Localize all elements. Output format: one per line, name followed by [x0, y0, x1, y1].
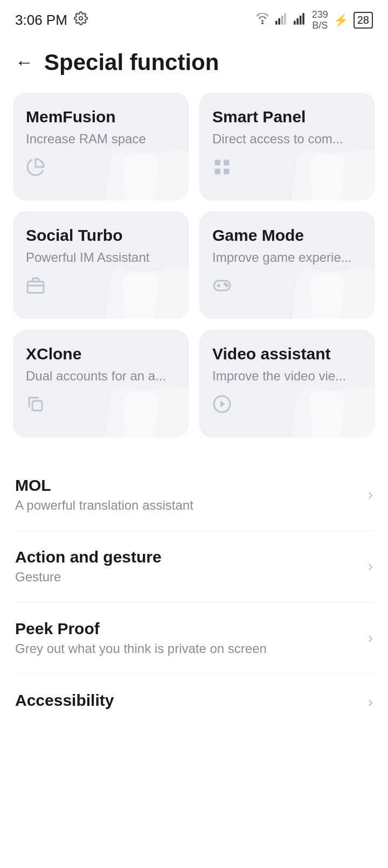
- social-turbo-title: Social Turbo: [26, 226, 176, 245]
- social-turbo-subtitle: Powerful IM Assistant: [26, 250, 176, 265]
- svg-rect-3: [278, 18, 280, 25]
- svg-rect-14: [27, 281, 44, 293]
- feature-list: MOL A powerful translation assistant › A…: [0, 459, 388, 730]
- mol-content: MOL A powerful translation assistant: [15, 476, 193, 513]
- svg-rect-4: [281, 16, 283, 25]
- battery-level: 28: [357, 14, 369, 26]
- status-right: 239B/S ⚡ 28: [255, 10, 373, 31]
- svg-rect-11: [224, 159, 230, 165]
- action-gesture-list-item[interactable]: Action and gesture Gesture ›: [15, 531, 373, 602]
- social-turbo-card[interactable]: Social Turbo Powerful IM Assistant: [13, 211, 189, 319]
- svg-rect-7: [296, 18, 299, 25]
- svg-rect-22: [32, 401, 42, 411]
- action-gesture-subtitle: Gesture: [15, 570, 162, 585]
- accessibility-chevron-icon: ›: [368, 693, 373, 711]
- signal2-icon: [294, 13, 307, 28]
- time-display: 3:06 PM: [15, 12, 67, 29]
- game-mode-subtitle: Improve game experie...: [212, 250, 362, 265]
- back-button[interactable]: ←: [15, 52, 33, 73]
- grid-icon: [212, 157, 232, 179]
- settings-icon: [74, 11, 88, 29]
- game-mode-card[interactable]: Game Mode Improve game experie...: [199, 211, 375, 319]
- xclone-title: XClone: [26, 345, 176, 363]
- svg-rect-10: [215, 159, 221, 165]
- card-bg-decoration2: [104, 386, 160, 438]
- accessibility-content: Accessibility: [15, 691, 114, 713]
- xclone-card[interactable]: XClone Dual accounts for an a...: [13, 330, 189, 438]
- card-bg-decoration2: [290, 386, 347, 438]
- play-circle-icon: [212, 394, 232, 416]
- video-assistant-subtitle: Improve the video vie...: [212, 369, 362, 384]
- card-bg-decoration2: [104, 267, 160, 319]
- accessibility-title: Accessibility: [15, 691, 114, 710]
- svg-rect-13: [224, 169, 230, 175]
- clone-icon: [26, 394, 45, 416]
- card-bg-decoration2: [290, 149, 347, 200]
- memfusion-card[interactable]: MemFusion Increase RAM space: [13, 93, 189, 200]
- smart-panel-card[interactable]: Smart Panel Direct access to com...: [199, 93, 375, 200]
- gamepad-icon: [212, 276, 232, 297]
- mol-chevron-icon: ›: [368, 486, 373, 503]
- svg-point-1: [261, 22, 264, 24]
- svg-rect-8: [300, 16, 302, 25]
- peek-proof-title: Peek Proof: [15, 620, 267, 638]
- peek-proof-list-item[interactable]: Peek Proof Grey out what you think is pr…: [15, 602, 373, 674]
- page-title: Special function: [44, 50, 219, 75]
- briefcase-icon: [26, 276, 45, 297]
- svg-rect-2: [275, 20, 278, 24]
- mol-list-item[interactable]: MOL A powerful translation assistant ›: [15, 459, 373, 531]
- xclone-subtitle: Dual accounts for an a...: [26, 369, 176, 384]
- page-header: ← Special function: [0, 37, 388, 93]
- mol-title: MOL: [15, 476, 193, 495]
- svg-point-0: [79, 17, 83, 20]
- smart-panel-title: Smart Panel: [212, 108, 362, 126]
- wifi-icon: [255, 13, 270, 28]
- action-gesture-title: Action and gesture: [15, 548, 162, 566]
- svg-rect-12: [215, 169, 221, 175]
- smart-panel-subtitle: Direct access to com...: [212, 131, 362, 147]
- signal-icon: [275, 13, 288, 28]
- feature-cards-grid: MemFusion Increase RAM space Smart Panel…: [0, 93, 388, 459]
- pie-chart-icon: [26, 157, 45, 179]
- card-bg-decoration2: [104, 149, 160, 200]
- peek-proof-chevron-icon: ›: [368, 629, 373, 647]
- svg-rect-5: [284, 13, 286, 25]
- memfusion-subtitle: Increase RAM space: [26, 131, 176, 147]
- svg-rect-9: [302, 13, 304, 25]
- svg-marker-24: [220, 401, 225, 407]
- status-left: 3:06 PM: [15, 11, 88, 29]
- status-bar: 3:06 PM: [0, 0, 388, 37]
- svg-rect-6: [294, 20, 296, 24]
- action-gesture-chevron-icon: ›: [368, 558, 373, 575]
- svg-point-21: [226, 284, 228, 286]
- speed-display: 239B/S: [312, 10, 328, 31]
- game-mode-title: Game Mode: [212, 226, 362, 245]
- charging-icon: ⚡: [334, 13, 348, 27]
- action-gesture-content: Action and gesture Gesture: [15, 548, 162, 585]
- accessibility-list-item[interactable]: Accessibility ›: [15, 674, 373, 730]
- card-bg-decoration2: [290, 267, 347, 319]
- video-assistant-card[interactable]: Video assistant Improve the video vie...: [199, 330, 375, 438]
- peek-proof-content: Peek Proof Grey out what you think is pr…: [15, 620, 267, 656]
- peek-proof-subtitle: Grey out what you think is private on sc…: [15, 641, 267, 656]
- mol-subtitle: A powerful translation assistant: [15, 498, 193, 513]
- battery-indicator: 28: [354, 12, 373, 29]
- memfusion-title: MemFusion: [26, 108, 176, 126]
- video-assistant-title: Video assistant: [212, 345, 362, 363]
